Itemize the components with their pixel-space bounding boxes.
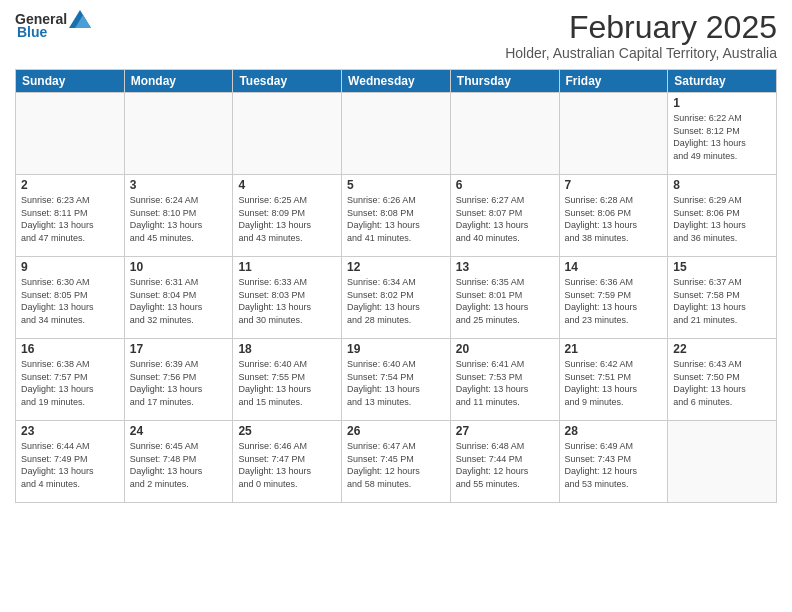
day-cell-w0-d2 xyxy=(233,93,342,175)
logo-blue-text: Blue xyxy=(15,24,47,40)
day-info: Sunrise: 6:46 AM Sunset: 7:47 PM Dayligh… xyxy=(238,440,336,490)
day-cell-w4-d6 xyxy=(668,421,777,503)
logo: General Blue xyxy=(15,10,91,40)
day-cell-w0-d4 xyxy=(450,93,559,175)
day-cell-w1-d4: 6Sunrise: 6:27 AM Sunset: 8:07 PM Daylig… xyxy=(450,175,559,257)
day-info: Sunrise: 6:44 AM Sunset: 7:49 PM Dayligh… xyxy=(21,440,119,490)
day-cell-w4-d2: 25Sunrise: 6:46 AM Sunset: 7:47 PM Dayli… xyxy=(233,421,342,503)
day-cell-w3-d3: 19Sunrise: 6:40 AM Sunset: 7:54 PM Dayli… xyxy=(342,339,451,421)
day-number: 9 xyxy=(21,260,119,274)
col-friday: Friday xyxy=(559,70,668,93)
day-number: 7 xyxy=(565,178,663,192)
day-number: 13 xyxy=(456,260,554,274)
day-number: 17 xyxy=(130,342,228,356)
day-cell-w4-d3: 26Sunrise: 6:47 AM Sunset: 7:45 PM Dayli… xyxy=(342,421,451,503)
day-cell-w4-d5: 28Sunrise: 6:49 AM Sunset: 7:43 PM Dayli… xyxy=(559,421,668,503)
week-row-4: 23Sunrise: 6:44 AM Sunset: 7:49 PM Dayli… xyxy=(16,421,777,503)
location-subtitle: Holder, Australian Capital Territory, Au… xyxy=(505,45,777,61)
day-info: Sunrise: 6:29 AM Sunset: 8:06 PM Dayligh… xyxy=(673,194,771,244)
day-info: Sunrise: 6:35 AM Sunset: 8:01 PM Dayligh… xyxy=(456,276,554,326)
day-cell-w3-d6: 22Sunrise: 6:43 AM Sunset: 7:50 PM Dayli… xyxy=(668,339,777,421)
day-cell-w2-d4: 13Sunrise: 6:35 AM Sunset: 8:01 PM Dayli… xyxy=(450,257,559,339)
day-cell-w2-d6: 15Sunrise: 6:37 AM Sunset: 7:58 PM Dayli… xyxy=(668,257,777,339)
day-number: 21 xyxy=(565,342,663,356)
day-info: Sunrise: 6:43 AM Sunset: 7:50 PM Dayligh… xyxy=(673,358,771,408)
day-number: 19 xyxy=(347,342,445,356)
header-area: General Blue February 2025 Holder, Austr… xyxy=(15,10,777,61)
day-number: 1 xyxy=(673,96,771,110)
day-number: 6 xyxy=(456,178,554,192)
day-number: 26 xyxy=(347,424,445,438)
day-cell-w1-d0: 2Sunrise: 6:23 AM Sunset: 8:11 PM Daylig… xyxy=(16,175,125,257)
day-info: Sunrise: 6:39 AM Sunset: 7:56 PM Dayligh… xyxy=(130,358,228,408)
day-number: 3 xyxy=(130,178,228,192)
col-monday: Monday xyxy=(124,70,233,93)
day-number: 11 xyxy=(238,260,336,274)
day-number: 20 xyxy=(456,342,554,356)
day-info: Sunrise: 6:27 AM Sunset: 8:07 PM Dayligh… xyxy=(456,194,554,244)
day-number: 8 xyxy=(673,178,771,192)
col-wednesday: Wednesday xyxy=(342,70,451,93)
day-info: Sunrise: 6:30 AM Sunset: 8:05 PM Dayligh… xyxy=(21,276,119,326)
day-info: Sunrise: 6:47 AM Sunset: 7:45 PM Dayligh… xyxy=(347,440,445,490)
day-cell-w4-d0: 23Sunrise: 6:44 AM Sunset: 7:49 PM Dayli… xyxy=(16,421,125,503)
day-info: Sunrise: 6:42 AM Sunset: 7:51 PM Dayligh… xyxy=(565,358,663,408)
day-cell-w3-d2: 18Sunrise: 6:40 AM Sunset: 7:55 PM Dayli… xyxy=(233,339,342,421)
week-row-2: 9Sunrise: 6:30 AM Sunset: 8:05 PM Daylig… xyxy=(16,257,777,339)
day-cell-w1-d5: 7Sunrise: 6:28 AM Sunset: 8:06 PM Daylig… xyxy=(559,175,668,257)
calendar-table: Sunday Monday Tuesday Wednesday Thursday… xyxy=(15,69,777,503)
day-cell-w0-d3 xyxy=(342,93,451,175)
day-number: 28 xyxy=(565,424,663,438)
day-cell-w0-d5 xyxy=(559,93,668,175)
day-cell-w0-d1 xyxy=(124,93,233,175)
day-info: Sunrise: 6:26 AM Sunset: 8:08 PM Dayligh… xyxy=(347,194,445,244)
day-cell-w1-d2: 4Sunrise: 6:25 AM Sunset: 8:09 PM Daylig… xyxy=(233,175,342,257)
month-year-title: February 2025 xyxy=(505,10,777,45)
day-cell-w2-d5: 14Sunrise: 6:36 AM Sunset: 7:59 PM Dayli… xyxy=(559,257,668,339)
day-cell-w2-d0: 9Sunrise: 6:30 AM Sunset: 8:05 PM Daylig… xyxy=(16,257,125,339)
col-saturday: Saturday xyxy=(668,70,777,93)
day-number: 10 xyxy=(130,260,228,274)
day-number: 25 xyxy=(238,424,336,438)
day-info: Sunrise: 6:25 AM Sunset: 8:09 PM Dayligh… xyxy=(238,194,336,244)
day-info: Sunrise: 6:40 AM Sunset: 7:55 PM Dayligh… xyxy=(238,358,336,408)
day-info: Sunrise: 6:48 AM Sunset: 7:44 PM Dayligh… xyxy=(456,440,554,490)
day-info: Sunrise: 6:31 AM Sunset: 8:04 PM Dayligh… xyxy=(130,276,228,326)
week-row-0: 1Sunrise: 6:22 AM Sunset: 8:12 PM Daylig… xyxy=(16,93,777,175)
day-info: Sunrise: 6:24 AM Sunset: 8:10 PM Dayligh… xyxy=(130,194,228,244)
day-number: 5 xyxy=(347,178,445,192)
day-cell-w3-d0: 16Sunrise: 6:38 AM Sunset: 7:57 PM Dayli… xyxy=(16,339,125,421)
day-number: 23 xyxy=(21,424,119,438)
day-number: 18 xyxy=(238,342,336,356)
day-cell-w0-d6: 1Sunrise: 6:22 AM Sunset: 8:12 PM Daylig… xyxy=(668,93,777,175)
page: General Blue February 2025 Holder, Austr… xyxy=(0,0,792,612)
day-number: 22 xyxy=(673,342,771,356)
day-info: Sunrise: 6:36 AM Sunset: 7:59 PM Dayligh… xyxy=(565,276,663,326)
day-cell-w1-d3: 5Sunrise: 6:26 AM Sunset: 8:08 PM Daylig… xyxy=(342,175,451,257)
day-info: Sunrise: 6:37 AM Sunset: 7:58 PM Dayligh… xyxy=(673,276,771,326)
col-sunday: Sunday xyxy=(16,70,125,93)
day-number: 12 xyxy=(347,260,445,274)
day-info: Sunrise: 6:23 AM Sunset: 8:11 PM Dayligh… xyxy=(21,194,119,244)
day-info: Sunrise: 6:49 AM Sunset: 7:43 PM Dayligh… xyxy=(565,440,663,490)
day-number: 2 xyxy=(21,178,119,192)
col-thursday: Thursday xyxy=(450,70,559,93)
day-info: Sunrise: 6:34 AM Sunset: 8:02 PM Dayligh… xyxy=(347,276,445,326)
day-info: Sunrise: 6:38 AM Sunset: 7:57 PM Dayligh… xyxy=(21,358,119,408)
day-info: Sunrise: 6:28 AM Sunset: 8:06 PM Dayligh… xyxy=(565,194,663,244)
week-row-1: 2Sunrise: 6:23 AM Sunset: 8:11 PM Daylig… xyxy=(16,175,777,257)
day-cell-w3-d1: 17Sunrise: 6:39 AM Sunset: 7:56 PM Dayli… xyxy=(124,339,233,421)
day-cell-w2-d1: 10Sunrise: 6:31 AM Sunset: 8:04 PM Dayli… xyxy=(124,257,233,339)
day-cell-w3-d5: 21Sunrise: 6:42 AM Sunset: 7:51 PM Dayli… xyxy=(559,339,668,421)
day-info: Sunrise: 6:22 AM Sunset: 8:12 PM Dayligh… xyxy=(673,112,771,162)
day-info: Sunrise: 6:41 AM Sunset: 7:53 PM Dayligh… xyxy=(456,358,554,408)
day-number: 24 xyxy=(130,424,228,438)
logo-icon xyxy=(69,10,91,28)
week-row-3: 16Sunrise: 6:38 AM Sunset: 7:57 PM Dayli… xyxy=(16,339,777,421)
day-number: 16 xyxy=(21,342,119,356)
day-cell-w1-d1: 3Sunrise: 6:24 AM Sunset: 8:10 PM Daylig… xyxy=(124,175,233,257)
day-info: Sunrise: 6:45 AM Sunset: 7:48 PM Dayligh… xyxy=(130,440,228,490)
calendar-header-row: Sunday Monday Tuesday Wednesday Thursday… xyxy=(16,70,777,93)
day-cell-w3-d4: 20Sunrise: 6:41 AM Sunset: 7:53 PM Dayli… xyxy=(450,339,559,421)
day-cell-w0-d0 xyxy=(16,93,125,175)
